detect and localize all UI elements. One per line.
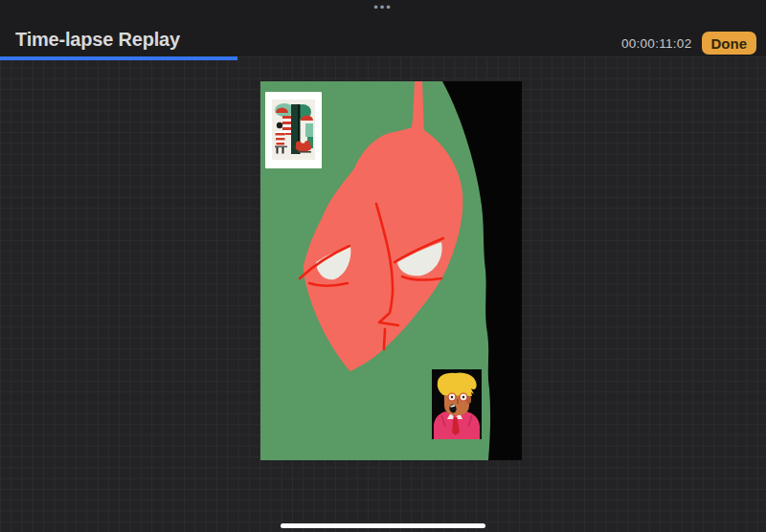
done-button[interactable]: Done	[702, 32, 757, 55]
replay-timestamp: 00:00:11:02	[621, 36, 692, 51]
striped-dress	[275, 131, 285, 145]
portrait-picture	[432, 369, 482, 439]
header-bar: ••• Time-lapse Replay 00:00:11:02 Done	[0, 0, 766, 56]
home-indicator[interactable]	[281, 523, 485, 528]
replay-progress-bar[interactable]	[0, 56, 766, 60]
timelapse-replay-screen: ••• Time-lapse Replay 00:00:11:02 Done	[0, 0, 766, 532]
chin-line	[384, 329, 385, 349]
multitask-indicator-icon[interactable]: •••	[0, 1, 766, 14]
framed-picture	[265, 92, 322, 168]
artwork-image	[260, 81, 522, 460]
portrait-hair	[438, 372, 477, 396]
header-right-group: 00:00:11:02 Done	[621, 32, 756, 55]
page-title: Time-lapse Replay	[15, 28, 180, 51]
artwork-canvas[interactable]	[260, 81, 522, 460]
replay-progress-fill	[0, 56, 237, 60]
